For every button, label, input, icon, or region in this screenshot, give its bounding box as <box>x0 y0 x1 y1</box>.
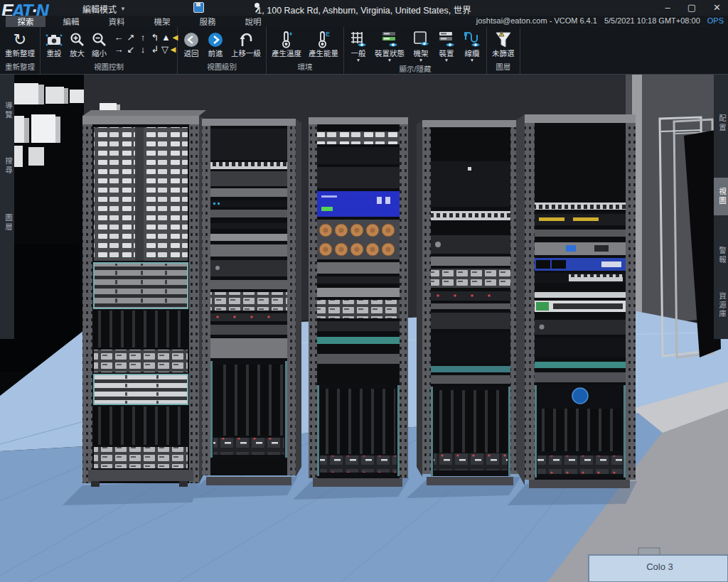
rotate-down-left-icon[interactable]: ↙ <box>125 44 136 55</box>
role-badge: OPS <box>707 16 724 25</box>
ribbon-group-view-control: 重設 放大 <box>41 27 178 74</box>
show-device-status-button[interactable]: 裝置狀態 ▼ <box>371 28 408 63</box>
left-panel-strip: 導覽 搜尋 圖層 <box>0 75 14 339</box>
right-tab-views[interactable]: 視圖 <box>714 178 728 215</box>
dropdown-caret-icon[interactable]: ▼ <box>444 58 449 63</box>
menu-tab-help[interactable]: 說明 <box>233 16 273 27</box>
dropdown-caret-icon[interactable]: ▼ <box>356 58 360 63</box>
left-tab-layers[interactable]: 圖層 <box>0 214 14 232</box>
rotate-up-right-icon[interactable]: ↗ <box>125 32 136 43</box>
pan-left-icon[interactable]: ← <box>113 32 124 43</box>
tilt-down-icon[interactable]: ▽◄ <box>161 44 173 55</box>
device-status-eye-icon <box>380 31 399 48</box>
left-tab-search[interactable]: 搜尋 <box>0 157 14 175</box>
generate-temperature-button[interactable]: 產生溫度 <box>268 28 305 58</box>
menu-tab-service[interactable]: 服務 <box>188 16 228 27</box>
menu-bar: 探索 編輯 資料 機架 服務 說明 joshtsai@eaton.com - V… <box>0 16 728 27</box>
filter-icon: ! <box>493 31 513 49</box>
svg-text:!: ! <box>500 31 502 36</box>
scene-canvas[interactable]: Colo 3 <box>0 75 728 582</box>
device-eye-icon <box>437 31 456 48</box>
dropdown-caret-icon[interactable]: ▼ <box>419 58 423 63</box>
general-eye-icon <box>349 31 368 48</box>
dropdown-caret-icon[interactable]: ▼ <box>387 58 392 63</box>
cable-eye-icon <box>463 31 481 48</box>
rack-2[interactable] <box>202 119 301 485</box>
show-rack-button[interactable]: 機架 ▼ <box>408 28 434 63</box>
right-tab-library[interactable]: 資源庫 <box>714 292 728 319</box>
rack-3[interactable] <box>309 117 408 487</box>
refresh-icon: ↻ <box>14 32 26 48</box>
user-session: joshtsai@eaton.com - VCOM 6.4.1 <box>476 16 597 25</box>
tilt-up-icon[interactable]: ▲◄ <box>161 32 173 43</box>
edit-mode-label: 編輯模式 <box>82 3 117 15</box>
title-bar: EAT·N 編輯模式 ▼ 1, 100 Rack Rd, Ashburn, Vi… <box>0 0 728 16</box>
ribbon-group-show-hide: 一般 ▼ 裝置狀態 ▼ <box>344 27 487 74</box>
rack-1[interactable] <box>82 110 209 487</box>
zoom-out-button[interactable]: 縮小 <box>88 28 110 58</box>
minimize-button[interactable]: – <box>665 2 670 13</box>
forward-icon <box>207 31 224 48</box>
maximize-button[interactable]: ▢ <box>687 2 696 13</box>
right-panel-strip: 配置 視圖 警報 資源庫 <box>714 75 728 339</box>
filter-unfiltered-button[interactable]: ! 未篩選 <box>488 28 518 58</box>
pan-up-icon[interactable]: ↑ <box>137 32 149 43</box>
menu-tab-explore[interactable]: 探索 <box>6 16 46 27</box>
show-device-button[interactable]: 裝置 ▼ <box>434 28 459 63</box>
3d-viewport[interactable]: Colo 3 導覽 搜尋 圖層 配置 視圖 警報 資源庫 <box>0 75 728 582</box>
edit-mode-selector[interactable]: 編輯模式 ▼ <box>82 3 126 15</box>
temperature-icon <box>279 31 294 48</box>
energy-icon: E <box>316 31 331 48</box>
datetime: 5/5/2021 10:18 GMT+08:00 <box>604 16 700 25</box>
window-title: 1, 100 Rack Rd, Ashburn, Virginia, Unite… <box>257 3 471 16</box>
back-button[interactable]: 返回 <box>179 28 203 58</box>
ribbon-group-refresh: ↻ 重新整理 重新整理 <box>0 27 41 74</box>
left-tab-navigation[interactable]: 導覽 <box>0 102 14 119</box>
pan-rotate-controls[interactable]: ← ↗ ↑ ↰ ▲◄ → ↙ ↓ ↲ ▽◄ <box>113 32 173 55</box>
room-label-text: Colo 3 <box>646 561 673 572</box>
close-button[interactable]: ✕ <box>713 2 721 13</box>
menu-tab-rack[interactable]: 機架 <box>142 16 182 27</box>
zoom-in-icon <box>70 32 85 47</box>
right-tab-configuration[interactable]: 配置 <box>714 114 728 132</box>
up-one-level-button[interactable]: 上移一級 <box>228 28 264 58</box>
ribbon-toolbar: ↻ 重新整理 重新整理 重設 <box>0 27 728 75</box>
rack-5[interactable] <box>516 114 636 488</box>
forward-button[interactable]: 前進 <box>203 28 228 58</box>
camera-icon <box>46 33 63 46</box>
pan-right-icon[interactable]: → <box>113 44 124 55</box>
show-cables-button[interactable]: 線纜 ▼ <box>459 28 485 63</box>
up-level-icon <box>237 32 255 48</box>
right-tab-alarms[interactable]: 警報 <box>714 247 728 264</box>
orbit-left-icon[interactable]: ↰ <box>149 32 161 43</box>
save-icon[interactable] <box>193 2 204 13</box>
chevron-down-icon: ▼ <box>120 6 126 12</box>
ribbon-group-view-level: 返回 前進 上移一級 <box>178 27 267 74</box>
ribbon-group-environment: 產生溫度 E 產生能量 環境 <box>267 27 344 74</box>
reset-view-button[interactable]: 重設 <box>42 28 66 58</box>
menu-tab-data[interactable]: 資料 <box>97 16 136 27</box>
ribbon-group-layers: ! 未篩選 圖層 <box>487 27 520 74</box>
pan-down-icon[interactable]: ↓ <box>137 44 149 55</box>
dropdown-caret-icon[interactable]: ▼ <box>470 58 474 63</box>
session-status: joshtsai@eaton.com - VCOM 6.4.1 5/5/2021… <box>476 16 724 25</box>
zoom-in-button[interactable]: 放大 <box>66 28 88 58</box>
rack-4[interactable] <box>417 120 519 485</box>
generate-energy-button[interactable]: E 產生能量 <box>305 28 342 58</box>
svg-text:E: E <box>326 31 330 38</box>
zoom-out-icon <box>92 32 107 47</box>
menu-tab-edit[interactable]: 編輯 <box>51 16 91 27</box>
back-icon <box>183 31 200 48</box>
orbit-right-icon[interactable]: ↲ <box>149 44 161 55</box>
show-general-button[interactable]: 一般 ▼ <box>346 28 371 63</box>
refresh-button[interactable]: ↻ 重新整理 <box>1 28 38 58</box>
rack-eye-icon <box>412 31 430 48</box>
